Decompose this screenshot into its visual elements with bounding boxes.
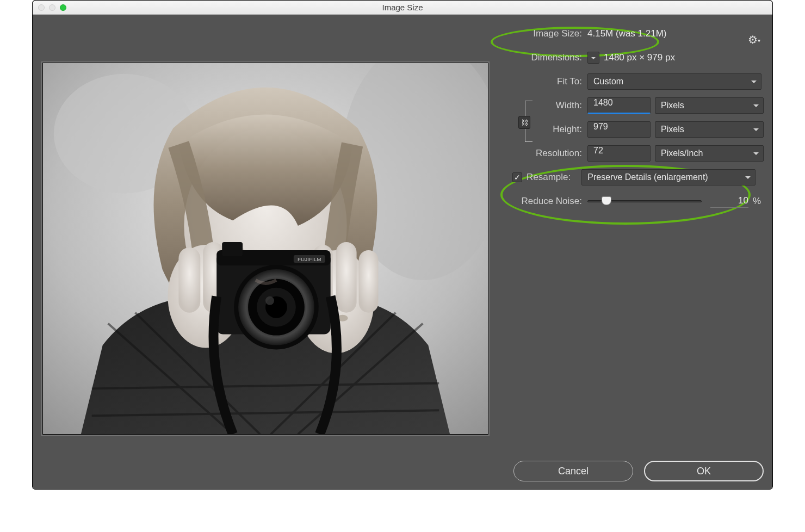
width-label: Width: bbox=[500, 100, 582, 111]
fit-to-select[interactable]: Custom bbox=[587, 73, 761, 90]
image-size-value: 4.15M (was 1.21M) bbox=[587, 28, 667, 39]
dimensions-label: Dimensions: bbox=[500, 52, 582, 63]
image-size-row: Image Size: 4.15M (was 1.21M) bbox=[500, 26, 766, 42]
controls-panel: Image Size: 4.15M (was 1.21M) Dimensions… bbox=[500, 26, 766, 217]
slider-thumb[interactable] bbox=[602, 196, 611, 205]
dimensions-unit-dropdown[interactable] bbox=[587, 52, 599, 64]
dimensions-value: 1480 px × 979 px bbox=[604, 52, 675, 63]
reduce-noise-row: Reduce Noise: 10 % bbox=[500, 193, 766, 209]
percent-symbol: % bbox=[753, 196, 761, 207]
resample-label: Resample: bbox=[527, 172, 571, 183]
titlebar: Image Size bbox=[33, 1, 772, 15]
dialog-body: FUJIFILM ⚙▾ Image Size: bbox=[33, 15, 772, 489]
reduce-noise-slider[interactable] bbox=[587, 200, 702, 202]
image-size-dialog: Image Size bbox=[32, 0, 773, 490]
cancel-button[interactable]: Cancel bbox=[513, 461, 633, 481]
resolution-row: Resolution: 72 Pixels/Inch bbox=[500, 145, 766, 162]
fit-to-label: Fit To: bbox=[500, 76, 582, 87]
svg-rect-24 bbox=[222, 242, 243, 256]
maximize-window-button[interactable] bbox=[60, 4, 66, 11]
fit-to-row: Fit To: Custom bbox=[500, 73, 766, 90]
reduce-noise-value[interactable]: 10 bbox=[710, 195, 748, 208]
close-window-button[interactable] bbox=[38, 4, 45, 11]
image-size-label: Image Size: bbox=[500, 28, 582, 39]
svg-rect-17 bbox=[336, 242, 357, 313]
width-unit-select[interactable]: Pixels bbox=[655, 97, 764, 114]
width-input[interactable]: 1480 bbox=[587, 97, 651, 114]
svg-rect-18 bbox=[359, 250, 379, 313]
minimize-window-button[interactable] bbox=[49, 4, 55, 11]
dialog-footer: Cancel OK bbox=[513, 461, 764, 481]
resolution-input[interactable]: 72 bbox=[587, 145, 651, 162]
resample-row: ✓ Resample: Preserve Details (enlargemen… bbox=[500, 169, 766, 185]
image-preview[interactable]: FUJIFILM bbox=[42, 63, 488, 435]
height-row: Height: 979 Pixels bbox=[500, 121, 766, 138]
height-unit-select[interactable]: Pixels bbox=[655, 121, 764, 138]
resolution-unit-select[interactable]: Pixels/Inch bbox=[655, 145, 764, 162]
resample-checkbox[interactable]: ✓ bbox=[512, 172, 522, 182]
height-label: Height: bbox=[500, 124, 582, 135]
ok-button[interactable]: OK bbox=[644, 461, 764, 481]
width-row: Width: 1480 Pixels bbox=[500, 97, 766, 114]
resolution-label: Resolution: bbox=[500, 148, 582, 159]
resample-select[interactable]: Preserve Details (enlargement) bbox=[581, 169, 756, 185]
svg-point-30 bbox=[265, 296, 274, 305]
svg-text:FUJIFILM: FUJIFILM bbox=[298, 256, 321, 262]
svg-rect-12 bbox=[178, 248, 200, 313]
reduce-noise-label: Reduce Noise: bbox=[500, 196, 582, 207]
window-controls bbox=[33, 4, 66, 11]
dimensions-row: Dimensions: 1480 px × 979 px bbox=[500, 50, 766, 66]
window-title: Image Size bbox=[33, 3, 772, 12]
height-input[interactable]: 979 bbox=[587, 121, 651, 138]
